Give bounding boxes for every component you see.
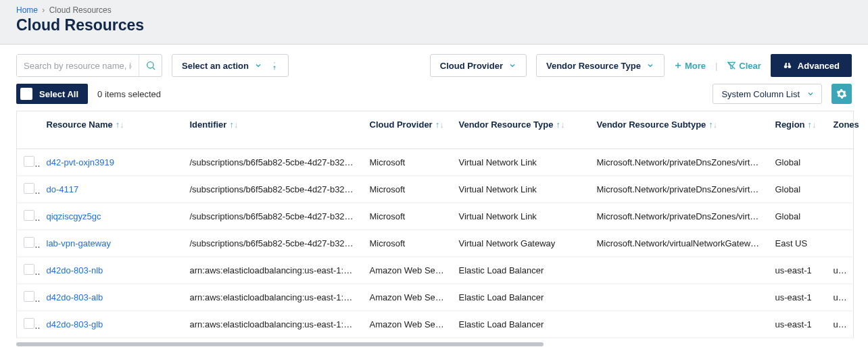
resource-name-link[interactable]: do-4117 bbox=[47, 184, 79, 194]
cell-zones: us-e... bbox=[827, 311, 854, 338]
cell-region: us-east-1 bbox=[769, 311, 827, 338]
search-wrap bbox=[16, 54, 162, 77]
svg-line-5 bbox=[728, 62, 736, 70]
sort-icon: ↑↓ bbox=[556, 119, 564, 130]
col-resource-name[interactable]: Resource Name↑↓ bbox=[40, 111, 183, 149]
cell-vendor-resource-subtype bbox=[590, 311, 769, 338]
cell-identifier: /subscriptions/b6f5ab82-5cbe-4d27-b323-.… bbox=[183, 203, 363, 230]
cell-region: Global bbox=[769, 176, 827, 203]
filter-cloud-provider-label: Cloud Provider bbox=[440, 61, 503, 71]
toolbar: Select an action Cloud Provider Vendor R… bbox=[0, 45, 868, 84]
sort-icon: ↑↓ bbox=[229, 119, 238, 130]
row-checkbox[interactable] bbox=[24, 156, 34, 167]
search-icon bbox=[145, 60, 156, 71]
cell-cloud-provider: Microsoft bbox=[363, 149, 452, 176]
search-input[interactable] bbox=[17, 55, 139, 76]
plus-icon bbox=[674, 61, 682, 70]
select-all-checkbox[interactable] bbox=[20, 88, 32, 100]
cell-vendor-resource-subtype bbox=[590, 284, 769, 311]
cell-vendor-resource-subtype: Microsoft.Network/privateDnsZones/virtua… bbox=[590, 203, 769, 230]
action-dropdown[interactable]: Select an action bbox=[172, 54, 289, 77]
resource-name-link[interactable]: d42do-803-alb bbox=[47, 292, 103, 302]
svg-point-0 bbox=[147, 62, 153, 68]
breadcrumb-separator: › bbox=[42, 5, 45, 15]
filter-cloud-provider[interactable]: Cloud Provider bbox=[430, 54, 527, 77]
resource-name-link[interactable]: lab-vpn-gateway bbox=[47, 238, 111, 248]
gear-icon bbox=[836, 88, 847, 99]
col-vendor-resource-subtype[interactable]: Vendor Resource Subtype↑↓ bbox=[590, 111, 769, 149]
table-row: d42do-803-glbarn:aws:elasticloadbalancin… bbox=[17, 311, 854, 338]
row-checkbox[interactable] bbox=[24, 183, 34, 194]
row-checkbox[interactable] bbox=[24, 210, 34, 221]
advanced-button-label: Advanced bbox=[798, 61, 840, 71]
resources-table: Resource Name↑↓ Identifier↑↓ Cloud Provi… bbox=[16, 111, 854, 338]
more-filters[interactable]: More bbox=[674, 61, 706, 71]
table-row: qiqziscgyz5gc/subscriptions/b6f5ab82-5cb… bbox=[17, 203, 854, 230]
sort-icon: ↑↓ bbox=[435, 119, 444, 130]
cell-zones bbox=[827, 203, 854, 230]
action-dropdown-label: Select an action bbox=[182, 61, 249, 71]
breadcrumb-home[interactable]: Home bbox=[16, 5, 38, 15]
cell-region: us-east-1 bbox=[769, 257, 827, 284]
clear-filters[interactable]: Clear bbox=[727, 61, 761, 71]
resource-name-link[interactable]: d42do-803-nlb bbox=[47, 265, 103, 275]
filter-vendor-resource-type-label: Vendor Resource Type bbox=[546, 61, 641, 71]
select-all-button[interactable]: Select All bbox=[16, 84, 88, 104]
cell-cloud-provider: Microsoft bbox=[363, 230, 452, 257]
cell-vendor-resource-type: Elastic Load Balancer bbox=[452, 257, 590, 284]
col-cloud-provider[interactable]: Cloud Provider↑↓ bbox=[363, 111, 452, 149]
cell-identifier: /subscriptions/b6f5ab82-5cbe-4d27-b323-.… bbox=[183, 230, 363, 257]
col-identifier[interactable]: Identifier↑↓ bbox=[183, 111, 363, 149]
resource-name-link[interactable]: d42-pvt-oxjn3919 bbox=[47, 157, 114, 167]
svg-line-1 bbox=[153, 68, 155, 70]
search-button[interactable] bbox=[139, 55, 162, 76]
col-zones[interactable]: Zones bbox=[827, 111, 854, 149]
cell-zones: us-e... bbox=[827, 257, 854, 284]
cell-cloud-provider: Microsoft bbox=[363, 176, 452, 203]
column-picker-label: System Column List bbox=[721, 89, 800, 99]
cell-identifier: arn:aws:elasticloadbalancing:us-east-1:0… bbox=[183, 284, 363, 311]
column-picker[interactable]: System Column List bbox=[713, 84, 822, 104]
selection-row: Select All 0 items selected System Colum… bbox=[0, 84, 868, 111]
cell-identifier: arn:aws:elasticloadbalancing:us-east-1:0… bbox=[183, 257, 363, 284]
horizontal-scrollbar[interactable] bbox=[16, 342, 544, 346]
binoculars-icon bbox=[783, 61, 792, 70]
svg-point-6 bbox=[784, 65, 788, 68]
cell-zones bbox=[827, 230, 854, 257]
table-row: do-4117/subscriptions/b6f5ab82-5cbe-4d27… bbox=[17, 176, 854, 203]
cell-zones: us-e... bbox=[827, 284, 854, 311]
row-checkbox[interactable] bbox=[24, 291, 34, 302]
cell-vendor-resource-type: Virtual Network Link bbox=[452, 203, 590, 230]
filter-vendor-resource-type[interactable]: Vendor Resource Type bbox=[536, 54, 665, 77]
chevron-down-icon bbox=[508, 61, 516, 70]
row-checkbox[interactable] bbox=[24, 264, 34, 275]
settings-button[interactable] bbox=[831, 84, 852, 104]
row-checkbox[interactable] bbox=[24, 318, 34, 329]
table-row: lab-vpn-gateway/subscriptions/b6f5ab82-5… bbox=[17, 230, 854, 257]
cell-cloud-provider: Microsoft bbox=[363, 203, 452, 230]
selection-count: 0 items selected bbox=[97, 89, 161, 99]
clear-filters-label: Clear bbox=[739, 61, 761, 71]
chevron-down-icon bbox=[254, 61, 262, 70]
cell-vendor-resource-subtype: Microsoft.Network/virtualNetworkGateways bbox=[590, 230, 769, 257]
cell-cloud-provider: Amazon Web Servi... bbox=[363, 311, 452, 338]
cell-region: Global bbox=[769, 203, 827, 230]
select-all-label: Select All bbox=[39, 89, 78, 99]
pin-icon bbox=[268, 61, 278, 70]
cell-region: us-east-1 bbox=[769, 284, 827, 311]
col-vendor-resource-type[interactable]: Vendor Resource Type↑↓ bbox=[452, 111, 590, 149]
cell-vendor-resource-type: Elastic Load Balancer bbox=[452, 311, 590, 338]
resource-name-link[interactable]: d42do-803-glb bbox=[47, 319, 103, 329]
row-checkbox[interactable] bbox=[24, 237, 34, 248]
resource-name-link[interactable]: qiqziscgyz5gc bbox=[47, 211, 101, 221]
cell-region: East US bbox=[769, 230, 827, 257]
table-wrap: Resource Name↑↓ Identifier↑↓ Cloud Provi… bbox=[0, 111, 868, 342]
cell-vendor-resource-type: Virtual Network Link bbox=[452, 149, 590, 176]
pin-button[interactable] bbox=[265, 57, 281, 74]
col-region[interactable]: Region↑↓ bbox=[769, 111, 827, 149]
more-filters-label: More bbox=[685, 61, 706, 71]
cell-region: Global bbox=[769, 149, 827, 176]
sort-icon: ↑↓ bbox=[808, 119, 817, 130]
advanced-button[interactable]: Advanced bbox=[771, 54, 852, 77]
table-row: d42do-803-nlbarn:aws:elasticloadbalancin… bbox=[17, 257, 854, 284]
